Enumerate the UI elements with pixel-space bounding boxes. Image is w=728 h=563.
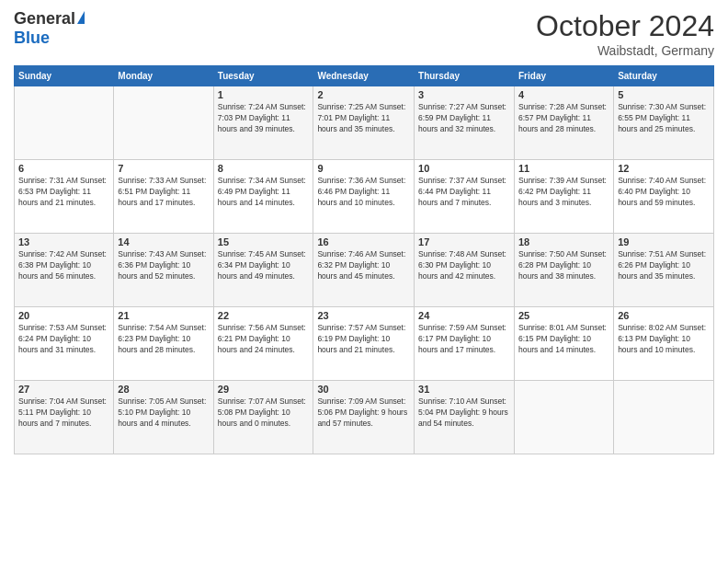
- calendar-cell: 8Sunrise: 7:34 AM Sunset: 6:49 PM Daylig…: [213, 160, 313, 234]
- day-info: Sunrise: 7:28 AM Sunset: 6:57 PM Dayligh…: [518, 102, 609, 135]
- day-number: 15: [218, 236, 310, 247]
- day-info: Sunrise: 7:56 AM Sunset: 6:21 PM Dayligh…: [218, 323, 310, 356]
- header-monday: Monday: [114, 66, 213, 86]
- day-number: 2: [317, 89, 410, 100]
- day-info: Sunrise: 7:51 AM Sunset: 6:26 PM Dayligh…: [618, 249, 710, 282]
- header-friday: Friday: [515, 66, 614, 86]
- day-number: 23: [317, 310, 410, 321]
- day-number: 27: [18, 384, 109, 395]
- calendar-cell: 28Sunrise: 7:05 AM Sunset: 5:10 PM Dayli…: [114, 381, 213, 454]
- day-info: Sunrise: 7:31 AM Sunset: 6:53 PM Dayligh…: [18, 176, 109, 209]
- calendar-cell: [614, 381, 714, 454]
- day-info: Sunrise: 7:42 AM Sunset: 6:38 PM Dayligh…: [18, 249, 109, 282]
- day-number: 13: [18, 236, 109, 247]
- day-info: Sunrise: 7:45 AM Sunset: 6:34 PM Dayligh…: [218, 249, 310, 282]
- day-info: Sunrise: 7:09 AM Sunset: 5:06 PM Dayligh…: [317, 396, 410, 430]
- calendar-cell: 14Sunrise: 7:43 AM Sunset: 6:36 PM Dayli…: [114, 234, 213, 307]
- calendar-week-row-3: 20Sunrise: 7:53 AM Sunset: 6:24 PM Dayli…: [15, 307, 714, 381]
- calendar-cell: 27Sunrise: 7:04 AM Sunset: 5:11 PM Dayli…: [15, 381, 114, 454]
- calendar-cell: 22Sunrise: 7:56 AM Sunset: 6:21 PM Dayli…: [213, 307, 313, 381]
- calendar-cell: 19Sunrise: 7:51 AM Sunset: 6:26 PM Dayli…: [614, 234, 714, 307]
- day-number: 29: [218, 384, 310, 395]
- calendar-cell: 4Sunrise: 7:28 AM Sunset: 6:57 PM Daylig…: [515, 86, 614, 160]
- title-block: October 2024 Waibstadt, Germany: [536, 9, 714, 58]
- day-number: 16: [317, 236, 410, 247]
- calendar-cell: 31Sunrise: 7:10 AM Sunset: 5:04 PM Dayli…: [415, 381, 515, 454]
- day-info: Sunrise: 7:10 AM Sunset: 5:04 PM Dayligh…: [418, 396, 510, 430]
- day-info: Sunrise: 7:34 AM Sunset: 6:49 PM Dayligh…: [218, 176, 310, 209]
- calendar-cell: 21Sunrise: 7:54 AM Sunset: 6:23 PM Dayli…: [114, 307, 213, 381]
- calendar-week-row-4: 27Sunrise: 7:04 AM Sunset: 5:11 PM Dayli…: [15, 381, 714, 454]
- header-wednesday: Wednesday: [313, 66, 415, 86]
- logo-general-text: General: [14, 9, 75, 29]
- day-info: Sunrise: 7:53 AM Sunset: 6:24 PM Dayligh…: [18, 323, 109, 356]
- calendar-cell: 24Sunrise: 7:59 AM Sunset: 6:17 PM Dayli…: [415, 307, 515, 381]
- day-number: 19: [618, 236, 710, 247]
- calendar-table: Sunday Monday Tuesday Wednesday Thursday…: [14, 65, 714, 454]
- calendar-cell: 23Sunrise: 7:57 AM Sunset: 6:19 PM Dayli…: [313, 307, 415, 381]
- calendar-week-row-2: 13Sunrise: 7:42 AM Sunset: 6:38 PM Dayli…: [15, 234, 714, 307]
- calendar-cell: 2Sunrise: 7:25 AM Sunset: 7:01 PM Daylig…: [313, 86, 415, 160]
- calendar-cell: [15, 86, 114, 160]
- header: General Blue October 2024 Waibstadt, Ger…: [14, 9, 714, 58]
- calendar-week-row-1: 6Sunrise: 7:31 AM Sunset: 6:53 PM Daylig…: [15, 160, 714, 234]
- day-info: Sunrise: 7:57 AM Sunset: 6:19 PM Dayligh…: [317, 323, 410, 356]
- logo: General Blue: [14, 9, 85, 48]
- month-title: October 2024: [536, 9, 714, 43]
- day-number: 7: [118, 163, 209, 174]
- calendar-cell: 18Sunrise: 7:50 AM Sunset: 6:28 PM Dayli…: [515, 234, 614, 307]
- day-number: 8: [218, 163, 310, 174]
- day-info: Sunrise: 7:37 AM Sunset: 6:44 PM Dayligh…: [418, 176, 510, 209]
- day-number: 18: [518, 236, 609, 247]
- calendar-cell: 10Sunrise: 7:37 AM Sunset: 6:44 PM Dayli…: [415, 160, 515, 234]
- day-number: 10: [418, 163, 510, 174]
- day-number: 4: [518, 89, 609, 100]
- day-info: Sunrise: 7:07 AM Sunset: 5:08 PM Dayligh…: [218, 396, 310, 430]
- day-number: 14: [118, 236, 209, 247]
- calendar-cell: 20Sunrise: 7:53 AM Sunset: 6:24 PM Dayli…: [15, 307, 114, 381]
- day-number: 20: [18, 310, 109, 321]
- day-info: Sunrise: 7:27 AM Sunset: 6:59 PM Dayligh…: [418, 102, 510, 135]
- calendar-cell: 12Sunrise: 7:40 AM Sunset: 6:40 PM Dayli…: [614, 160, 714, 234]
- calendar-cell: 30Sunrise: 7:09 AM Sunset: 5:06 PM Dayli…: [313, 381, 415, 454]
- header-tuesday: Tuesday: [213, 66, 313, 86]
- calendar-cell: 17Sunrise: 7:48 AM Sunset: 6:30 PM Dayli…: [415, 234, 515, 307]
- day-info: Sunrise: 7:40 AM Sunset: 6:40 PM Dayligh…: [618, 176, 710, 209]
- day-info: Sunrise: 7:46 AM Sunset: 6:32 PM Dayligh…: [317, 249, 410, 282]
- day-number: 26: [618, 310, 710, 321]
- day-info: Sunrise: 7:24 AM Sunset: 7:03 PM Dayligh…: [218, 102, 310, 135]
- day-number: 1: [218, 89, 310, 100]
- day-info: Sunrise: 7:05 AM Sunset: 5:10 PM Dayligh…: [118, 396, 209, 430]
- header-sunday: Sunday: [15, 66, 114, 86]
- calendar-page: General Blue October 2024 Waibstadt, Ger…: [0, 0, 728, 563]
- header-thursday: Thursday: [415, 66, 515, 86]
- calendar-cell: 29Sunrise: 7:07 AM Sunset: 5:08 PM Dayli…: [213, 381, 313, 454]
- day-number: 24: [418, 310, 510, 321]
- day-info: Sunrise: 8:02 AM Sunset: 6:13 PM Dayligh…: [618, 323, 710, 356]
- day-number: 17: [418, 236, 510, 247]
- weekday-header-row: Sunday Monday Tuesday Wednesday Thursday…: [15, 66, 714, 86]
- day-info: Sunrise: 7:25 AM Sunset: 7:01 PM Dayligh…: [317, 102, 410, 135]
- calendar-cell: 26Sunrise: 8:02 AM Sunset: 6:13 PM Dayli…: [614, 307, 714, 381]
- day-number: 3: [418, 89, 510, 100]
- calendar-cell: 15Sunrise: 7:45 AM Sunset: 6:34 PM Dayli…: [213, 234, 313, 307]
- day-number: 11: [518, 163, 609, 174]
- calendar-cell: 6Sunrise: 7:31 AM Sunset: 6:53 PM Daylig…: [15, 160, 114, 234]
- day-info: Sunrise: 7:30 AM Sunset: 6:55 PM Dayligh…: [618, 102, 710, 135]
- calendar-cell: [515, 381, 614, 454]
- calendar-cell: 7Sunrise: 7:33 AM Sunset: 6:51 PM Daylig…: [114, 160, 213, 234]
- calendar-cell: 16Sunrise: 7:46 AM Sunset: 6:32 PM Dayli…: [313, 234, 415, 307]
- calendar-cell: 11Sunrise: 7:39 AM Sunset: 6:42 PM Dayli…: [515, 160, 614, 234]
- day-number: 5: [618, 89, 710, 100]
- day-number: 21: [118, 310, 209, 321]
- location-subtitle: Waibstadt, Germany: [536, 43, 714, 58]
- day-number: 6: [18, 163, 109, 174]
- day-number: 28: [118, 384, 209, 395]
- day-info: Sunrise: 7:36 AM Sunset: 6:46 PM Dayligh…: [317, 176, 410, 209]
- calendar-cell: 5Sunrise: 7:30 AM Sunset: 6:55 PM Daylig…: [614, 86, 714, 160]
- day-info: Sunrise: 7:54 AM Sunset: 6:23 PM Dayligh…: [118, 323, 209, 356]
- day-number: 30: [317, 384, 410, 395]
- calendar-cell: [114, 86, 213, 160]
- day-info: Sunrise: 7:50 AM Sunset: 6:28 PM Dayligh…: [518, 249, 609, 282]
- day-number: 12: [618, 163, 710, 174]
